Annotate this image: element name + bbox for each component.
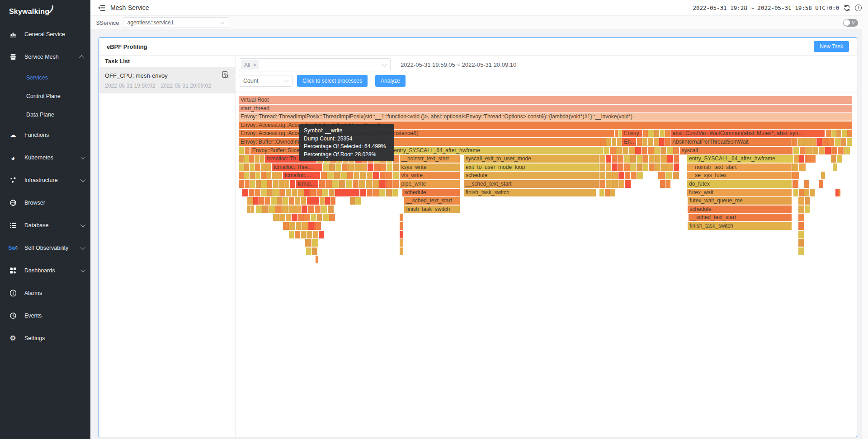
flame-frame[interactable] — [259, 197, 264, 205]
flame-frame[interactable] — [798, 205, 804, 213]
flame-frame[interactable] — [277, 197, 283, 205]
flame-frame[interactable] — [648, 147, 654, 154]
flame-frame[interactable] — [392, 189, 398, 196]
flame-frame[interactable] — [828, 138, 834, 146]
flame-frame[interactable] — [599, 180, 605, 188]
flame-frame[interactable] — [249, 189, 255, 196]
flame-frame[interactable] — [601, 138, 606, 146]
flame-frame[interactable] — [799, 163, 805, 171]
flame-frame[interactable]: absl::CondVar::WaitCommon(absl::Mutex*, … — [670, 130, 825, 137]
flame-frame[interactable] — [317, 214, 323, 221]
flame-frame[interactable] — [247, 197, 253, 205]
flame-frame[interactable] — [623, 147, 628, 154]
flame-frame[interactable]: Virtual Root — [239, 96, 852, 104]
flame-frame[interactable] — [289, 222, 295, 230]
flame-frame[interactable] — [393, 163, 399, 171]
select-processes-button[interactable]: Click to select processes — [297, 75, 368, 87]
flame-frame[interactable] — [380, 163, 386, 171]
flame-frame[interactable]: tcmalloc:… — [283, 172, 321, 179]
flame-frame[interactable] — [393, 172, 399, 179]
flame-frame[interactable] — [667, 155, 673, 163]
flame-frame[interactable] — [321, 205, 327, 213]
flame-frame[interactable] — [359, 180, 365, 188]
flame-frame[interactable] — [324, 155, 330, 163]
sidebar-item-kubernetes[interactable]: ◕Kubernetes — [0, 146, 90, 169]
flame-frame[interactable] — [810, 155, 815, 163]
flame-frame[interactable] — [648, 138, 653, 146]
flame-frame[interactable]: schedule — [402, 189, 459, 196]
flame-frame[interactable] — [606, 138, 611, 146]
flame-frame[interactable] — [310, 189, 316, 196]
flame-frame[interactable] — [295, 205, 301, 213]
flame-frame[interactable] — [617, 138, 621, 146]
flame-frame[interactable] — [304, 189, 310, 196]
flame-frame[interactable] — [642, 155, 648, 163]
flame-frame[interactable] — [355, 197, 361, 205]
flame-frame[interactable] — [277, 172, 282, 179]
flame-frame[interactable] — [329, 163, 335, 171]
flame-frame[interactable] — [298, 214, 304, 221]
sidebar-item-settings[interactable]: ⚙Settings — [0, 327, 90, 350]
flame-frame[interactable] — [805, 155, 810, 163]
flame-frame[interactable] — [329, 189, 335, 196]
flame-frame[interactable] — [273, 214, 279, 221]
flame-frame[interactable]: syscall_exit_to_user_mode — [464, 155, 599, 163]
flame-frame[interactable] — [265, 197, 270, 205]
flame-frame[interactable] — [804, 189, 809, 196]
flame-frame[interactable]: futex_wait_queue_me — [688, 197, 791, 205]
flame-frame[interactable]: __sched_text_start — [689, 214, 792, 221]
flame-frame[interactable] — [792, 163, 798, 171]
flame-frame[interactable] — [387, 163, 392, 171]
flame-frame[interactable] — [317, 155, 323, 163]
flame-frame[interactable] — [367, 172, 373, 179]
flame-frame[interactable] — [269, 205, 275, 213]
flame-frame[interactable] — [323, 163, 329, 171]
flame-frame[interactable] — [261, 163, 266, 171]
flame-frame[interactable] — [311, 214, 316, 221]
flame-frame[interactable] — [308, 222, 314, 230]
flame-frame[interactable] — [239, 147, 244, 154]
flame-frame[interactable] — [336, 155, 342, 163]
flame-frame[interactable] — [306, 248, 311, 255]
flame-frame[interactable] — [247, 205, 250, 213]
flame-frame[interactable] — [255, 155, 259, 163]
flame-frame[interactable] — [659, 138, 664, 146]
flame-frame[interactable] — [606, 180, 612, 188]
flame-frame[interactable] — [312, 248, 317, 255]
flame-frame[interactable] — [255, 163, 260, 171]
flame-frame[interactable] — [658, 172, 665, 179]
view-mode-toggle[interactable]: V — [843, 19, 858, 27]
flame-frame[interactable] — [373, 180, 379, 188]
flame-frame[interactable]: Envoy::AccessLog::AccessLogFileImpl::flu… — [239, 121, 852, 129]
flame-frame[interactable] — [642, 147, 647, 154]
flame-frame[interactable] — [326, 180, 332, 188]
flame-frame[interactable]: AbslInternalPerThreadSemWait — [670, 138, 791, 146]
analyze-button[interactable]: Analyze — [375, 75, 406, 87]
flame-frame[interactable] — [315, 205, 321, 213]
flame-frame[interactable] — [380, 155, 386, 163]
sidebar-item-browser[interactable]: Browser — [0, 191, 90, 214]
flame-frame[interactable] — [798, 239, 804, 247]
sidebar-item-self-observability[interactable]: Sw)Self Observability — [0, 237, 90, 259]
task-list-item[interactable]: OFF_CPU: mesh-envoy 2022-05-31 19:59:02 … — [99, 67, 235, 93]
flame-frame[interactable] — [250, 205, 254, 213]
flame-frame[interactable]: tcmalloc::Thre… — [272, 163, 322, 171]
flame-frame[interactable] — [368, 163, 373, 171]
flame-frame[interactable] — [348, 163, 354, 171]
flame-frame[interactable]: __noinstr_text_start — [687, 163, 792, 171]
flame-frame[interactable] — [660, 180, 665, 188]
flame-frame[interactable] — [296, 222, 302, 230]
flame-frame[interactable] — [400, 222, 403, 230]
flame-frame[interactable] — [267, 189, 273, 196]
flame-frame[interactable] — [335, 189, 359, 196]
flame-frame[interactable] — [292, 189, 297, 196]
flame-frame[interactable] — [630, 155, 636, 163]
flame-frame[interactable] — [674, 155, 679, 163]
flame-frame[interactable] — [826, 130, 831, 137]
flame-frame[interactable]: Envoy::AccessLog::AccessLogFileImpl::doW… — [239, 130, 614, 137]
flame-frame[interactable] — [661, 155, 667, 163]
process-multiselect[interactable]: All × — [239, 58, 391, 71]
flame-frame[interactable] — [665, 130, 670, 137]
flame-frame[interactable] — [267, 180, 273, 188]
flame-frame[interactable]: Envoy… — [622, 130, 642, 137]
